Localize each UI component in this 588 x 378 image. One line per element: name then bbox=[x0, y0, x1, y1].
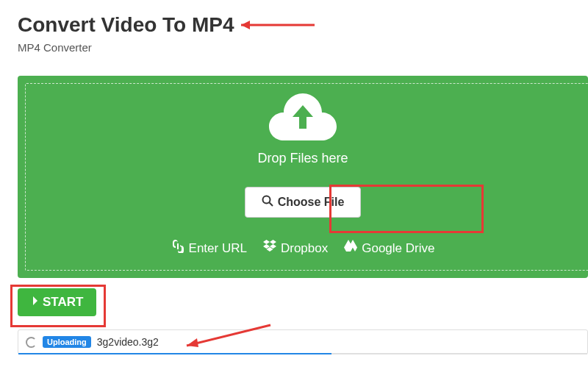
svg-line-1 bbox=[269, 203, 273, 207]
spinner-icon bbox=[26, 337, 37, 348]
dropbox-link[interactable]: Dropbox bbox=[263, 240, 328, 257]
filename-label: 3g2video.3g2 bbox=[97, 336, 159, 348]
status-badge: Uploading bbox=[43, 336, 91, 348]
choose-file-label: Choose File bbox=[278, 196, 345, 209]
link-icon bbox=[171, 240, 184, 257]
google-drive-icon bbox=[344, 240, 357, 257]
dropzone[interactable]: Drop Files here Choose File Enter URL Dr… bbox=[18, 76, 588, 278]
page-title: Convert Video To MP4 bbox=[18, 13, 570, 37]
drop-text: Drop Files here bbox=[18, 151, 588, 166]
enter-url-link[interactable]: Enter URL bbox=[171, 240, 247, 257]
choose-file-button[interactable]: Choose File bbox=[245, 187, 362, 218]
file-queue-row: Uploading 3g2video.3g2 bbox=[18, 329, 588, 354]
page-subtitle: MP4 Converter bbox=[18, 41, 570, 54]
start-button[interactable]: START bbox=[18, 288, 96, 316]
svg-point-0 bbox=[262, 196, 270, 204]
dropbox-icon bbox=[263, 240, 276, 257]
start-button-label: START bbox=[43, 295, 83, 310]
cloud-upload-icon bbox=[269, 93, 337, 143]
progress-bar bbox=[18, 353, 587, 354]
chevron-right-icon bbox=[31, 295, 40, 310]
search-icon bbox=[262, 195, 273, 210]
google-drive-link[interactable]: Google Drive bbox=[344, 240, 434, 257]
